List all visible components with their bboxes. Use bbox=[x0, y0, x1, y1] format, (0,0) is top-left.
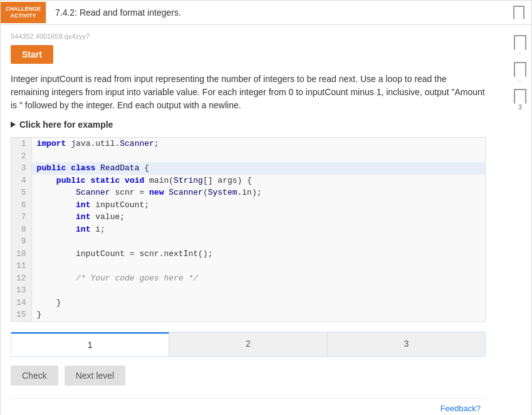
line-number: 8 bbox=[11, 223, 31, 236]
sidebar-label-1: · bbox=[519, 50, 521, 57]
check-button[interactable]: Check bbox=[11, 366, 58, 386]
sidebar-label-3: 3 bbox=[518, 104, 522, 111]
challenge-badge: CHALLENGE ACTIVITY bbox=[1, 2, 46, 23]
code-line-text: } bbox=[31, 297, 485, 309]
table-row: 6 int inputCount; bbox=[11, 199, 485, 212]
sidebar-item-2[interactable]: · bbox=[514, 62, 526, 84]
code-line-text bbox=[31, 150, 485, 163]
code-line-text bbox=[31, 260, 485, 272]
code-line-text: import java.util.Scanner; bbox=[31, 138, 485, 150]
code-line-text: /* Your code goes here */ bbox=[31, 272, 485, 285]
line-number: 14 bbox=[11, 297, 31, 309]
triangle-icon bbox=[11, 121, 16, 128]
line-number: 7 bbox=[11, 211, 31, 223]
line-number: 2 bbox=[11, 150, 31, 163]
table-row: 4 public static void main(String[] args)… bbox=[11, 175, 485, 187]
line-number: 1 bbox=[11, 138, 31, 150]
table-row: 12 /* Your code goes here */ bbox=[11, 272, 485, 285]
line-number: 5 bbox=[11, 187, 31, 199]
code-line-text: Scanner scnr = new Scanner(System.in); bbox=[31, 187, 485, 199]
line-number: 11 bbox=[11, 260, 31, 272]
sidebar-bookmark-3[interactable] bbox=[514, 89, 526, 104]
tabs-row: 123 bbox=[11, 332, 485, 356]
line-number: 3 bbox=[11, 162, 31, 175]
line-number: 15 bbox=[11, 309, 31, 321]
code-table: 1import java.util.Scanner;23public class… bbox=[11, 138, 485, 321]
code-block: 1import java.util.Scanner;23public class… bbox=[11, 137, 486, 322]
header-title: 7.4.2: Read and format integers. bbox=[46, 3, 506, 23]
feedback-link[interactable]: Feedback? bbox=[441, 404, 481, 413]
line-number: 12 bbox=[11, 272, 31, 285]
start-button[interactable]: Start bbox=[11, 45, 53, 64]
badge-line1: CHALLENGE bbox=[6, 6, 41, 12]
tab-item[interactable]: 1 bbox=[11, 332, 169, 356]
code-line-text: int i; bbox=[31, 223, 485, 236]
example-toggle-label: Click here for example bbox=[19, 120, 113, 130]
table-row: 10 inputCount = scnr.nextInt(); bbox=[11, 248, 485, 260]
main-content: 544352.4001659.qx4zyy7 Start Integer inp… bbox=[1, 25, 496, 415]
sidebar-item-3[interactable]: 3 bbox=[514, 89, 526, 111]
code-line-text: int inputCount; bbox=[31, 199, 485, 212]
description-part1: Integer inputCount is read from input re… bbox=[11, 74, 485, 110]
code-line-text: public class ReadData { bbox=[31, 162, 485, 175]
line-number: 4 bbox=[11, 175, 31, 187]
badge-line2: ACTIVITY bbox=[10, 13, 36, 19]
action-buttons: Check Next level bbox=[11, 366, 486, 386]
code-line-text bbox=[31, 235, 485, 248]
bookmark-area[interactable] bbox=[506, 1, 531, 24]
sidebar-bookmark-1[interactable] bbox=[514, 35, 526, 50]
table-row: 7 int value; bbox=[11, 211, 485, 223]
tabs-section: 123 bbox=[11, 332, 486, 357]
next-level-button[interactable]: Next level bbox=[65, 366, 125, 386]
right-sidebar: · · 3 bbox=[509, 29, 531, 117]
code-line-text: int value; bbox=[31, 211, 485, 223]
example-toggle[interactable]: Click here for example bbox=[11, 120, 486, 130]
header: CHALLENGE ACTIVITY 7.4.2: Read and forma… bbox=[1, 1, 531, 25]
line-number: 9 bbox=[11, 235, 31, 248]
code-line-text: public static void main(String[] args) { bbox=[31, 175, 485, 187]
id-line: 544352.4001659.qx4zyy7 bbox=[11, 33, 486, 40]
description-text: Integer inputCount is read from input re… bbox=[11, 73, 486, 112]
table-row: 11 bbox=[11, 260, 485, 272]
table-row: 9 bbox=[11, 235, 485, 248]
code-line-text: } bbox=[31, 309, 485, 321]
table-row: 15} bbox=[11, 309, 485, 321]
line-number: 6 bbox=[11, 199, 31, 212]
code-line-text: inputCount = scnr.nextInt(); bbox=[31, 248, 485, 260]
table-row: 3public class ReadData { bbox=[11, 162, 485, 175]
table-row: 1import java.util.Scanner; bbox=[11, 138, 485, 150]
table-row: 13 bbox=[11, 284, 485, 297]
table-row: 14 } bbox=[11, 297, 485, 309]
table-row: 8 int i; bbox=[11, 223, 485, 236]
bookmark-icon[interactable] bbox=[513, 6, 524, 19]
table-row: 2 bbox=[11, 150, 485, 163]
code-line-text bbox=[31, 284, 485, 297]
table-row: 5 Scanner scnr = new Scanner(System.in); bbox=[11, 187, 485, 199]
sidebar-bookmark-2[interactable] bbox=[514, 62, 526, 77]
sidebar-label-2: · bbox=[519, 77, 521, 84]
feedback-row: Feedback? bbox=[11, 398, 486, 416]
line-number: 13 bbox=[11, 284, 31, 297]
tab-item[interactable]: 3 bbox=[328, 332, 485, 356]
sidebar-item-1[interactable]: · bbox=[514, 35, 526, 57]
line-number: 10 bbox=[11, 248, 31, 260]
tab-item[interactable]: 2 bbox=[169, 332, 327, 356]
